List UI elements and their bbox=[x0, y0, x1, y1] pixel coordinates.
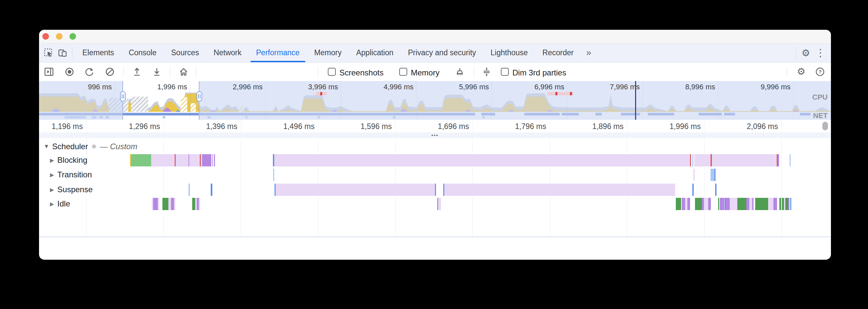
tab-network[interactable]: Network bbox=[207, 43, 249, 62]
flame-bar[interactable] bbox=[692, 184, 694, 196]
expand-arrow-icon[interactable]: ▶ bbox=[50, 187, 54, 193]
overview-resize-strip[interactable]: ••• bbox=[39, 132, 831, 138]
flame-bar[interactable] bbox=[704, 198, 708, 210]
playhead-line[interactable] bbox=[635, 81, 636, 120]
flame-bar[interactable] bbox=[687, 198, 690, 210]
flame-bar[interactable] bbox=[131, 154, 151, 166]
flame-bar[interactable] bbox=[153, 198, 158, 210]
scrollbar-thumb[interactable] bbox=[823, 122, 828, 130]
collapse-arrow-icon[interactable]: ▼ bbox=[44, 143, 49, 150]
flame-bar[interactable] bbox=[276, 184, 435, 196]
tab-lighthouse[interactable]: Lighthouse bbox=[483, 43, 535, 62]
track-row-suspense[interactable]: ▶ Suspense bbox=[50, 185, 93, 194]
track-row-blocking[interactable]: ▶ Blocking bbox=[50, 155, 87, 165]
collect-garbage-icon[interactable] bbox=[455, 67, 465, 77]
flame-bar[interactable] bbox=[438, 198, 441, 210]
flame-bar[interactable] bbox=[189, 184, 190, 196]
flame-bar[interactable] bbox=[693, 169, 695, 181]
flame-bar[interactable] bbox=[749, 198, 752, 210]
expand-arrow-icon[interactable]: ▶ bbox=[50, 172, 54, 178]
timeline-overview[interactable]: 996 ms1,996 ms2,996 ms3,996 ms4,996 ms5,… bbox=[39, 81, 831, 120]
download-profile-icon[interactable] bbox=[152, 67, 162, 77]
settings-gear-icon[interactable]: ⚙ bbox=[799, 47, 813, 59]
flame-bar[interactable] bbox=[174, 198, 175, 210]
tab-memory[interactable]: Memory bbox=[307, 43, 349, 62]
flame-bar[interactable] bbox=[162, 198, 168, 210]
flame-bar[interactable] bbox=[695, 198, 702, 210]
flame-bar[interactable] bbox=[192, 198, 195, 210]
more-tabs-icon[interactable]: » bbox=[581, 48, 596, 58]
flame-bar[interactable] bbox=[730, 198, 737, 210]
flame-bar[interactable] bbox=[214, 154, 215, 166]
track-header-scheduler[interactable]: ▼ Scheduler ⚛ — Custom bbox=[44, 142, 137, 151]
flame-bar[interactable] bbox=[737, 198, 746, 210]
screenshots-checkbox[interactable] bbox=[328, 68, 336, 76]
flame-bar[interactable] bbox=[189, 154, 200, 166]
flame-bar[interactable] bbox=[273, 169, 274, 181]
flame-bar[interactable] bbox=[790, 198, 791, 210]
flame-bar[interactable] bbox=[212, 154, 213, 166]
flame-bar[interactable] bbox=[708, 198, 711, 210]
drag-handle-dots[interactable]: ••• bbox=[431, 132, 439, 138]
flame-bar[interactable] bbox=[714, 169, 715, 181]
track-row-transition[interactable]: ▶ Transition bbox=[50, 170, 92, 179]
flame-bar[interactable] bbox=[444, 184, 675, 196]
help-icon[interactable]: ? bbox=[815, 67, 825, 77]
flame-bar[interactable] bbox=[685, 198, 687, 210]
flame-bar[interactable] bbox=[171, 198, 174, 210]
selection-handle-right[interactable] bbox=[196, 91, 202, 101]
dim-3rd-parties-checkbox[interactable] bbox=[501, 68, 509, 76]
device-toolbar-icon[interactable] bbox=[56, 46, 69, 60]
tab-application[interactable]: Application bbox=[349, 43, 401, 62]
flame-bar[interactable] bbox=[773, 198, 777, 210]
flame-bar[interactable] bbox=[752, 198, 753, 210]
memory-checkbox[interactable] bbox=[399, 68, 407, 76]
flame-bar[interactable] bbox=[720, 198, 724, 210]
flame-bar[interactable] bbox=[746, 198, 749, 210]
flame-bar[interactable] bbox=[755, 198, 768, 210]
flame-bar[interactable] bbox=[768, 198, 773, 210]
flame-bar[interactable] bbox=[168, 198, 171, 210]
toggle-sidebar-icon[interactable] bbox=[44, 67, 54, 77]
home-icon[interactable] bbox=[179, 67, 189, 77]
flame-bar[interactable] bbox=[789, 198, 790, 210]
flame-bar[interactable] bbox=[711, 169, 714, 181]
flame-bar[interactable] bbox=[718, 198, 719, 210]
tab-privacy-and-security[interactable]: Privacy and security bbox=[401, 43, 483, 62]
record-icon[interactable] bbox=[64, 67, 74, 77]
flame-bar[interactable] bbox=[199, 198, 200, 210]
flame-bar[interactable] bbox=[274, 154, 690, 166]
zoom-button[interactable] bbox=[69, 33, 76, 40]
flame-bar[interactable] bbox=[726, 198, 730, 210]
flame-bar[interactable] bbox=[176, 154, 189, 166]
fit-content-icon[interactable] bbox=[482, 67, 492, 77]
tab-performance[interactable]: Performance bbox=[249, 43, 307, 62]
flame-bar[interactable] bbox=[211, 184, 212, 196]
reload-record-icon[interactable] bbox=[84, 67, 94, 77]
flame-bar[interactable] bbox=[151, 154, 175, 166]
flame-bar[interactable] bbox=[202, 154, 211, 166]
clear-icon[interactable] bbox=[105, 67, 115, 77]
flame-bar[interactable] bbox=[715, 184, 716, 196]
track-row-idle[interactable]: ▶ Idle bbox=[50, 199, 70, 209]
flame-bar[interactable] bbox=[690, 154, 691, 166]
tab-sources[interactable]: Sources bbox=[164, 43, 206, 62]
kebab-menu-icon[interactable]: ⋮ bbox=[813, 47, 828, 59]
panel-settings-gear-icon[interactable]: ⚙ bbox=[794, 66, 808, 77]
flame-bar[interactable] bbox=[676, 198, 681, 210]
flame-bar[interactable] bbox=[692, 154, 693, 166]
tab-elements[interactable]: Elements bbox=[75, 43, 121, 62]
expand-arrow-icon[interactable]: ▶ bbox=[50, 201, 54, 207]
tab-recorder[interactable]: Recorder bbox=[535, 43, 581, 62]
flame-bar[interactable] bbox=[158, 198, 159, 210]
flame-bar[interactable] bbox=[789, 154, 790, 166]
flame-bar[interactable] bbox=[785, 198, 788, 210]
close-button[interactable] bbox=[42, 33, 49, 40]
minimize-button[interactable] bbox=[56, 33, 63, 40]
expand-arrow-icon[interactable]: ▶ bbox=[50, 157, 54, 163]
inspect-element-icon[interactable] bbox=[42, 46, 56, 60]
flame-bar[interactable] bbox=[712, 154, 777, 166]
flame-bar[interactable] bbox=[694, 154, 711, 166]
tab-console[interactable]: Console bbox=[121, 43, 164, 62]
flame-bar[interactable] bbox=[778, 154, 779, 166]
